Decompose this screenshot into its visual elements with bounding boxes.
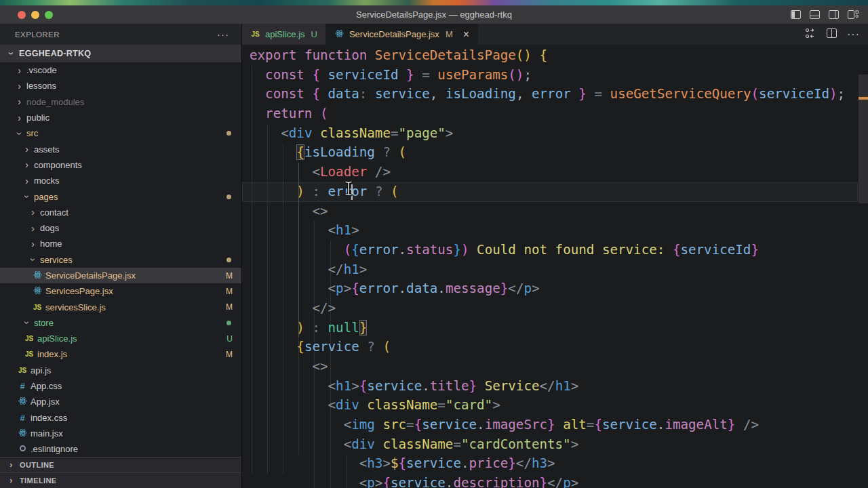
code-editor[interactable]: export function ServiceDetailsPage() { c… xyxy=(242,45,868,488)
tree-item-label: App.jsx xyxy=(31,396,60,407)
explorer-header: EXPLORER ··· xyxy=(0,24,241,45)
code-line-18[interactable]: <h1>{service.title} Service</h1> xyxy=(250,377,845,396)
tree-item-lessons[interactable]: ›lessons xyxy=(0,78,241,94)
tree-item-mocks[interactable]: ›mocks xyxy=(0,173,241,188)
project-name: EGGHEAD-RTKQ xyxy=(19,49,91,58)
code-line-21[interactable]: <div className="cardContents"> xyxy=(250,435,845,455)
code-line-12[interactable]: </h1> xyxy=(250,260,845,280)
code-line-8[interactable]: ) : error ? ( xyxy=(250,182,845,202)
code-line-13[interactable]: <p>{error.data.message}</p> xyxy=(250,279,845,299)
tree-item-label: pages xyxy=(34,192,58,202)
code-line-23[interactable]: <p>{service.description}</p> xyxy=(250,474,845,488)
code-line-3[interactable]: const { data: service, isLoading, error … xyxy=(250,85,845,104)
code-line-14[interactable]: </> xyxy=(250,299,845,319)
editor-tab-bar: JSapiSlice.jsUServiceDetailsPage.jsxM× ·… xyxy=(242,24,868,45)
js-file-icon: JS xyxy=(250,30,260,38)
git-changes-dot xyxy=(226,195,231,199)
tree-item-ServicesPage.jsx[interactable]: ServicesPage.jsxM xyxy=(0,283,241,299)
editor-scrollbar-thumb[interactable] xyxy=(859,75,868,203)
js-file-icon: JS xyxy=(33,304,42,311)
code-line-11[interactable]: ({error.status}) Could not found service… xyxy=(250,241,845,260)
code-content[interactable]: export function ServiceDetailsPage() { c… xyxy=(250,46,845,488)
tree-item-ServiceDetailsPage.jsx[interactable]: ServiceDetailsPage.jsxM xyxy=(0,268,241,283)
code-line-5[interactable]: <div className="page"> xyxy=(250,124,845,144)
code-line-7[interactable]: <Loader /> xyxy=(250,163,845,182)
tree-item-label: .eslintignore xyxy=(31,444,78,454)
tree-item-pages[interactable]: ›pages xyxy=(0,188,241,204)
code-line-4[interactable]: return ( xyxy=(250,104,845,124)
tree-item-.vscode[interactable]: ›.vscode xyxy=(0,62,241,78)
toggle-secondary-sidebar-icon[interactable] xyxy=(829,10,839,19)
explorer-more-actions-icon[interactable]: ··· xyxy=(217,31,229,38)
chevron-right-icon: › xyxy=(22,176,31,186)
code-line-15[interactable]: ) : null} xyxy=(250,319,845,338)
tree-item-main.jsx[interactable]: main.jsx xyxy=(0,426,241,441)
tree-item-src[interactable]: ›src xyxy=(0,125,241,141)
chevron-right-icon: › xyxy=(22,144,31,155)
overview-ruler-modified-marker xyxy=(859,97,868,100)
code-line-20[interactable]: <img src={service.imageSrc} alt={service… xyxy=(250,415,845,435)
tree-item-assets[interactable]: ›assets xyxy=(0,141,241,157)
css-file-icon: # xyxy=(18,381,27,391)
tree-item-index.js[interactable]: JSindex.jsM xyxy=(0,346,241,362)
outline-section-header[interactable]: › OUTLINE xyxy=(0,457,241,472)
customize-layout-icon[interactable] xyxy=(848,10,859,19)
code-line-22[interactable]: <h3>${service.price}</h3> xyxy=(250,454,845,474)
chevron-right-icon: › xyxy=(28,207,37,218)
tree-item-services[interactable]: ›services xyxy=(0,252,241,268)
file-tree: ›.vscode›lessons›node_modules›public›src… xyxy=(0,62,241,457)
tree-item-App.jsx[interactable]: App.jsx xyxy=(0,394,241,409)
timeline-section-header[interactable]: › TIMELINE xyxy=(0,472,241,488)
code-line-6[interactable]: {isLoading ? ( xyxy=(250,143,845,163)
editor-tab-apiSlice.js[interactable]: JSapiSlice.jsU xyxy=(242,24,326,45)
maximize-window-button[interactable] xyxy=(45,11,53,19)
chevron-right-icon: › xyxy=(28,239,37,249)
chevron-down-icon: › xyxy=(14,129,25,138)
toggle-primary-sidebar-icon[interactable] xyxy=(791,10,801,19)
chevron-right-icon: › xyxy=(15,96,24,107)
git-changes-dot xyxy=(226,258,231,262)
tree-item-api.js[interactable]: JSapi.js xyxy=(0,363,241,378)
chevron-right-icon: › xyxy=(7,460,16,470)
code-line-9[interactable]: <> xyxy=(250,202,845,222)
code-line-17[interactable]: <> xyxy=(250,357,845,377)
js-file-icon: JS xyxy=(24,335,34,342)
code-line-19[interactable]: <div className="card"> xyxy=(250,396,845,415)
code-line-2[interactable]: const { serviceId } = useParams(); xyxy=(250,66,845,85)
tree-item-label: node_modules xyxy=(26,97,84,107)
minimize-window-button[interactable] xyxy=(31,11,39,19)
close-window-button[interactable] xyxy=(18,11,26,19)
tree-item-contact[interactable]: ›contact xyxy=(0,205,241,220)
tree-item-servicesSlice.js[interactable]: JSservicesSlice.jsM xyxy=(0,299,241,314)
chevron-right-icon: › xyxy=(28,223,37,234)
git-status-badge: U xyxy=(226,334,233,344)
tree-item-label: index.js xyxy=(37,349,67,359)
editor-tab-ServiceDetailsPage.jsx[interactable]: ServiceDetailsPage.jsxM× xyxy=(326,24,478,45)
tree-item-label: ServiceDetailsPage.jsx xyxy=(45,270,136,281)
code-line-16[interactable]: {service ? ( xyxy=(250,338,845,357)
tree-item-label: mocks xyxy=(34,176,60,186)
tree-item-index.css[interactable]: #index.css xyxy=(0,410,241,426)
tree-item-store[interactable]: ›store xyxy=(0,315,241,331)
tree-item-dogs[interactable]: ›dogs xyxy=(0,220,241,236)
editor-more-actions-icon[interactable]: ··· xyxy=(847,31,860,38)
window-controls[interactable] xyxy=(18,5,53,24)
outline-label: OUTLINE xyxy=(20,461,54,469)
code-line-10[interactable]: <h1> xyxy=(250,221,845,241)
toggle-panel-icon[interactable] xyxy=(810,10,820,19)
explorer-sidebar: EXPLORER ··· › EGGHEAD-RTKQ ›.vscode›les… xyxy=(0,24,242,488)
tree-item-.eslintignore[interactable]: .eslintignore xyxy=(0,441,241,457)
tree-item-home[interactable]: ›home xyxy=(0,236,241,251)
split-editor-icon[interactable] xyxy=(827,28,837,41)
code-line-1[interactable]: export function ServiceDetailsPage() { xyxy=(250,46,845,66)
tree-item-apiSlice.js[interactable]: JSapiSlice.jsU xyxy=(0,331,241,346)
tree-item-public[interactable]: ›public xyxy=(0,110,241,125)
close-tab-icon[interactable]: × xyxy=(463,30,469,39)
tree-item-label: main.jsx xyxy=(31,428,63,439)
tree-item-node_modules[interactable]: ›node_modules xyxy=(0,94,241,110)
tree-item-App.css[interactable]: #App.css xyxy=(0,378,241,394)
project-section-header[interactable]: › EGGHEAD-RTKQ xyxy=(0,45,241,62)
open-changes-icon[interactable] xyxy=(805,28,816,41)
css-file-icon: # xyxy=(18,413,27,423)
tree-item-components[interactable]: ›components xyxy=(0,157,241,173)
